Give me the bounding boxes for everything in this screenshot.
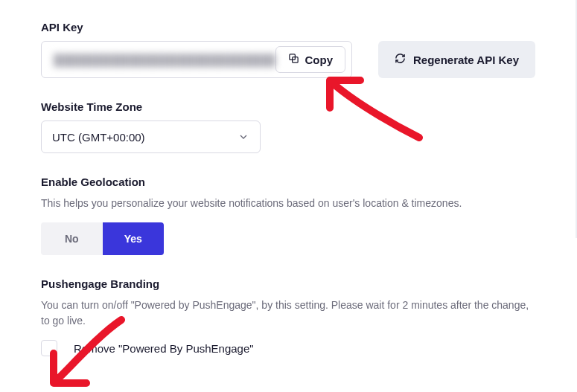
geolocation-label: Enable Geolocation <box>41 176 536 188</box>
timezone-selected-value: UTC (GMT+00:00) <box>52 131 238 144</box>
copy-button[interactable]: Copy <box>275 46 346 73</box>
chevron-down-icon <box>238 131 249 143</box>
refresh-icon <box>395 53 406 66</box>
geolocation-toggle: No Yes <box>41 222 164 255</box>
api-key-value: ████████████████████████████ <box>42 42 275 77</box>
geolocation-helper: This helps you personalize your website … <box>41 196 536 212</box>
api-key-input-wrap: ████████████████████████████ Copy <box>41 41 352 78</box>
branding-label: Pushengage Branding <box>41 277 536 290</box>
geolocation-no-button[interactable]: No <box>41 222 103 255</box>
branding-checkbox-row: Remove "Powered By PushEngage" <box>41 340 536 356</box>
api-key-label: API Key <box>41 21 536 33</box>
copy-icon <box>288 53 299 66</box>
timezone-select[interactable]: UTC (GMT+00:00) <box>41 121 261 153</box>
branding-checkbox-label: Remove "Powered By PushEngage" <box>74 342 254 355</box>
timezone-label: Website Time Zone <box>41 100 536 113</box>
branding-helper: You can turn on/off "Powered by PushEnga… <box>41 298 536 330</box>
regenerate-api-key-button[interactable]: Regenerate API Key <box>378 41 535 78</box>
geolocation-yes-button[interactable]: Yes <box>103 222 165 255</box>
api-key-row: ████████████████████████████ Copy <box>41 41 536 78</box>
copy-button-label: Copy <box>305 54 334 66</box>
regenerate-api-key-label: Regenerate API Key <box>413 54 519 66</box>
branding-checkbox[interactable] <box>41 340 57 356</box>
